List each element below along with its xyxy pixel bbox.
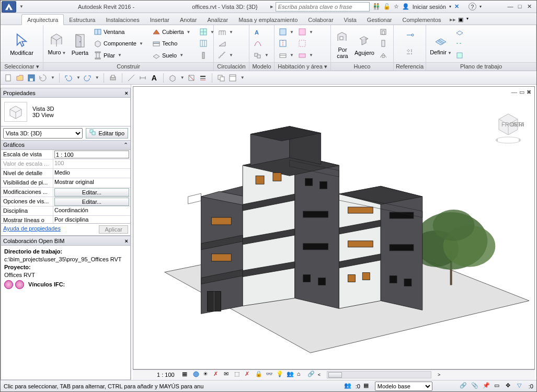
agujero-button[interactable]: Agujero xyxy=(352,26,377,61)
crop-visible-icon[interactable]: ✗ xyxy=(245,371,253,379)
close-button[interactable]: ✕ xyxy=(525,3,533,10)
tabs-scroll-icon[interactable]: ▸▸ xyxy=(450,16,456,25)
sun-path-icon[interactable]: ☀ xyxy=(203,371,211,379)
analytical-icon[interactable]: ⌂ xyxy=(297,371,305,379)
thin-lines-icon[interactable] xyxy=(198,73,208,83)
help-icon[interactable]: ? xyxy=(469,3,476,10)
tab-vista[interactable]: Vista xyxy=(339,15,362,25)
visual-style-icon[interactable] xyxy=(192,371,201,379)
cubierta-button[interactable]: Cubierta▼ xyxy=(151,26,196,38)
minimize-button[interactable]: — xyxy=(506,3,515,10)
search-icon[interactable]: 👬 xyxy=(373,3,380,10)
tab-instalaciones[interactable]: Instalaciones xyxy=(100,15,144,25)
railing-button[interactable]: ▼ xyxy=(217,26,246,38)
select-underlay-icon[interactable]: 📎 xyxy=(471,382,479,390)
model-text-button[interactable]: A xyxy=(253,26,270,38)
temp-hide-icon[interactable]: 👓 xyxy=(266,371,274,379)
graphics-group-header[interactable]: Gráficos⌃ xyxy=(1,141,131,150)
show-workplane-button[interactable] xyxy=(454,26,465,38)
pilar-button[interactable]: Pilar▼ xyxy=(93,50,149,61)
room-tag-button[interactable]: ▼ xyxy=(278,50,295,61)
puerta-button[interactable]: Puerta xyxy=(68,26,92,61)
properties-close-icon[interactable]: × xyxy=(125,90,128,96)
mullion-button[interactable] xyxy=(198,50,210,61)
room-separator-button[interactable] xyxy=(278,38,295,49)
app-menu-button[interactable] xyxy=(2,1,16,13)
shadows-icon[interactable]: ✗ xyxy=(213,371,222,379)
vcb-icon[interactable]: ▦ xyxy=(182,371,190,379)
filter-icon[interactable]: ▽ xyxy=(517,382,525,390)
text-icon[interactable]: A xyxy=(150,73,159,83)
tab-analizar[interactable]: Analizar xyxy=(202,15,233,25)
tab-masa[interactable]: Masa y emplazamiento xyxy=(233,15,303,25)
panel-label-seleccionar[interactable]: Seleccionar ▾ xyxy=(1,62,43,71)
tab-colaborar[interactable]: Colaborar xyxy=(303,15,338,25)
view-scale-label[interactable]: 1 : 100 xyxy=(136,372,180,378)
editable-only-icon[interactable]: ▦ xyxy=(363,382,372,390)
curtain-system-button[interactable]: ▼ xyxy=(198,26,210,38)
ref-plane-button[interactable] xyxy=(454,38,465,49)
panel-label-habitacion[interactable]: Habitación y área ▾ xyxy=(275,62,330,71)
print-icon[interactable] xyxy=(108,73,118,83)
align-dim-icon[interactable] xyxy=(138,73,147,83)
porcara-button[interactable]: Por cara xyxy=(333,26,352,61)
parts-visibility-value[interactable]: Mostrar original xyxy=(53,178,130,187)
undo-icon[interactable] xyxy=(64,73,73,83)
measure-icon[interactable] xyxy=(127,73,136,83)
infocenter-arrow-icon[interactable]: ▸ xyxy=(268,3,276,10)
vertical-opening-button[interactable] xyxy=(378,38,389,49)
select-face-icon[interactable]: ▭ xyxy=(494,382,502,390)
level-button[interactable] xyxy=(405,29,415,41)
drag-elements-icon[interactable]: ✥ xyxy=(506,382,514,390)
search-input[interactable] xyxy=(276,2,370,11)
ramp-button[interactable] xyxy=(217,38,246,49)
exchange-icon[interactable]: ✕ xyxy=(454,3,459,10)
definir-button[interactable]: Definir▼ xyxy=(428,26,453,61)
display-options-button[interactable]: Editar... xyxy=(54,198,129,206)
open-icon[interactable] xyxy=(15,73,25,83)
tab-estructura[interactable]: Estructura xyxy=(64,15,100,25)
detail-level-value[interactable]: Medio xyxy=(53,169,130,178)
model-group-button[interactable]: ▼ xyxy=(253,50,270,61)
hidden-lines-value[interactable]: Por disciplina xyxy=(53,216,130,223)
tab-insertar[interactable]: Insertar xyxy=(145,15,175,25)
apply-button[interactable]: Aplicar xyxy=(99,225,128,234)
view-close-icon[interactable]: ✖ xyxy=(527,89,531,96)
area-boundary-button[interactable] xyxy=(297,38,314,49)
sync-icon[interactable] xyxy=(38,73,48,83)
reveal-constraints-icon[interactable]: 🔗 xyxy=(307,371,316,379)
render-icon[interactable]: ✉ xyxy=(224,371,232,379)
worksets-icon[interactable]: 👥 xyxy=(287,371,295,379)
muro-button[interactable]: Muro▼ xyxy=(45,26,68,61)
design-options-select[interactable]: Modelo base xyxy=(375,382,432,391)
section-icon[interactable] xyxy=(187,73,196,83)
save-icon[interactable] xyxy=(27,73,36,83)
tab-complementos[interactable]: Complementos xyxy=(397,15,447,25)
crop-icon[interactable]: ⬚ xyxy=(234,371,243,379)
3d-viewport[interactable]: — ▭ ✖ FRONTAL DERECHA xyxy=(133,86,535,370)
dormer-button[interactable] xyxy=(378,50,389,61)
maximize-button[interactable]: □ xyxy=(516,3,524,10)
componente-button[interactable]: Componente▼ xyxy=(93,38,149,49)
suelo-button[interactable]: Suelo▼ xyxy=(151,50,196,61)
view-minimize-icon[interactable]: — xyxy=(511,89,517,96)
techo-button[interactable]: Techo xyxy=(151,38,196,49)
viewer-button[interactable] xyxy=(454,50,465,61)
model-line-button[interactable] xyxy=(253,38,270,49)
ribbon-minimize-icon[interactable]: ▣ xyxy=(458,16,463,23)
ventana-button[interactable]: Ventana xyxy=(93,26,149,38)
star-icon[interactable]: ☆ xyxy=(394,3,399,10)
area-button[interactable]: ▼ xyxy=(297,26,314,38)
3d-view-icon[interactable] xyxy=(168,73,177,83)
chevron-down-icon[interactable]: ▼ xyxy=(17,4,26,9)
tab-anotar[interactable]: Anotar xyxy=(175,15,202,25)
ifc-link-icon-1[interactable] xyxy=(4,280,13,289)
view-selector[interactable]: Vista 3D: {3D} xyxy=(3,128,83,139)
close-hidden-icon[interactable] xyxy=(216,73,226,83)
switch-windows-icon[interactable] xyxy=(228,73,237,83)
signin-button[interactable]: Iniciar sesión xyxy=(413,4,446,10)
properties-help-link[interactable]: Ayuda de propiedades xyxy=(3,225,61,234)
area-tag-button[interactable]: ▼ xyxy=(297,50,314,61)
stair-button[interactable]: ▼ xyxy=(217,50,246,61)
select-pinned-icon[interactable]: 📌 xyxy=(483,382,491,390)
